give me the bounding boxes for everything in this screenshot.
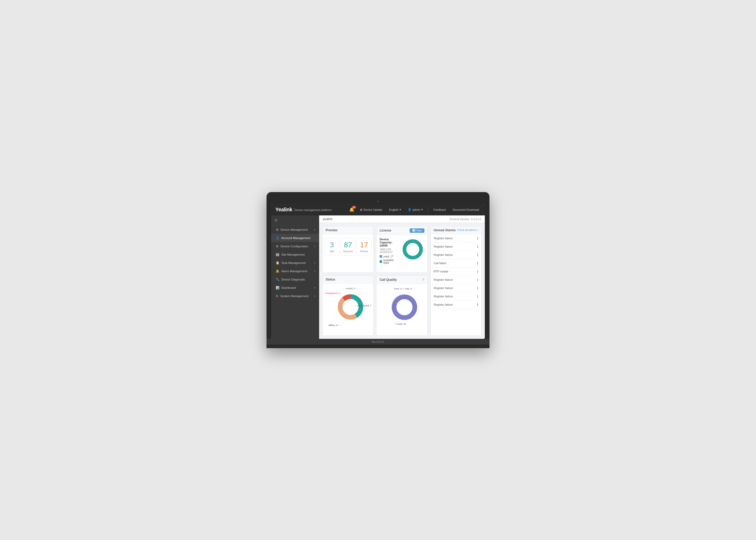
alarm-item[interactable]: Register failureℹ <box>431 276 481 284</box>
content-area: yealink Current Version: 3.1.0.11 Previe… <box>319 215 485 339</box>
alarm-item[interactable]: Register failureℹ <box>431 301 481 309</box>
account-management-icon: 👤 <box>276 236 280 240</box>
version-label: Current Version: 3.1.0.11 <box>449 217 481 220</box>
alarm-chevron-icon: ▾ <box>314 270 315 272</box>
sidebar-toggle[interactable]: ≡ <box>271 215 319 225</box>
used-label: used: 17 <box>383 255 393 258</box>
content-header: yealink Current Version: 3.1.0.11 <box>319 215 485 223</box>
quality-card-header: Call Quality ? <box>376 276 427 284</box>
feedback-btn[interactable]: Feedback <box>432 207 447 212</box>
sidebar-item-device-management[interactable]: 🖥 Device Management ▾ <box>271 225 319 234</box>
alarms-list: Register failureℹRegister failureℹRegist… <box>431 234 481 309</box>
available-dot <box>380 260 382 263</box>
sidebar-label-site-management: Site Management <box>281 253 315 256</box>
brand-name: Yealink <box>275 206 292 212</box>
call-quality-card: Call Quality ? Poor: <box>376 275 428 336</box>
sidebar-item-system-management[interactable]: ⚙ System Management ▾ <box>271 292 319 300</box>
alarm-info-icon[interactable]: ℹ <box>477 236 478 240</box>
device-label: Device <box>359 250 369 253</box>
license-valid: Valid until: 2019/01/12 <box>380 248 398 253</box>
account-stat[interactable]: 87 Account <box>341 238 355 256</box>
admin-icon: 👤 <box>408 208 412 211</box>
view-button[interactable]: 📊 View <box>410 228 425 233</box>
good-label: └ Good: 32 <box>394 323 406 325</box>
alarm-item[interactable]: Register failureℹ <box>431 243 481 251</box>
license-capacity: Device Capacity: 10000 <box>380 238 398 247</box>
preview-title: Preview <box>325 228 337 232</box>
document-download-btn[interactable]: Document Download <box>451 207 481 212</box>
alarm-item[interactable]: Register failureℹ <box>431 234 481 243</box>
navbar: Yealink Device management platform 🔔 17 … <box>271 204 485 215</box>
sidebar-item-alarm-management[interactable]: 🔔 Alarm Management ▾ <box>271 267 319 275</box>
device-update-icon: 🖥 <box>360 208 362 211</box>
language-btn[interactable]: English ▾ <box>388 207 403 212</box>
alarm-info-icon[interactable]: ℹ <box>477 261 478 265</box>
language-label: English <box>389 208 399 211</box>
license-donut <box>401 238 425 261</box>
poor-label: Poor: 0 — Fair: 0 <box>394 288 412 290</box>
sidebar-item-task-management[interactable]: 📋 Task Management ▾ <box>271 259 319 267</box>
camera-dot <box>377 201 379 202</box>
sidebar-label-dashboard: Dashboard <box>281 286 314 289</box>
notification-bell[interactable]: 🔔 17 <box>349 207 354 212</box>
preview-card: Preview 3 Site 87 Account <box>322 226 374 273</box>
status-title: Status <box>325 278 335 281</box>
alarm-info-icon[interactable]: ℹ <box>477 295 478 298</box>
quality-title: Call Quality <box>380 278 397 282</box>
alarm-text: Register failure <box>434 245 453 248</box>
navbar-actions: 🔔 17 🖥 Device Update English ▾ 👤 admin <box>349 207 481 212</box>
quality-help-icon[interactable]: ? <box>422 278 425 282</box>
laptop-frame: Yealink Device management platform 🔔 17 … <box>267 192 489 348</box>
brand-subtitle: Device management platform <box>294 208 331 211</box>
admin-label: admin <box>413 208 420 211</box>
dashboard-chevron-icon: ▾ <box>314 287 315 289</box>
alarm-info-icon[interactable]: ℹ <box>477 286 478 290</box>
device-stat[interactable]: 17 Device <box>357 238 371 256</box>
sidebar-label-device-configuration: Device Configuration <box>281 245 314 248</box>
alarm-management-icon: 🔔 <box>276 269 280 273</box>
sidebar-item-dashboard[interactable]: 📊 Dashboard ▾ <box>271 284 319 292</box>
alarm-info-icon[interactable]: ℹ <box>477 278 478 282</box>
admin-btn[interactable]: 👤 admin ▾ <box>406 207 425 212</box>
device-configuration-icon: 🖥 <box>276 244 279 248</box>
sidebar-label-device-management: Device Management <box>281 228 314 231</box>
sidebar-item-device-diagnostic[interactable]: 🔧 Device Diagnostic <box>271 275 319 284</box>
alarm-item[interactable]: RTP violateℹ <box>431 268 481 276</box>
account-label: Account <box>343 250 353 253</box>
device-update-label: Device Update <box>363 208 382 211</box>
laptop-screen: Yealink Device management platform 🔔 17 … <box>271 204 485 339</box>
device-count: 17 <box>359 241 369 249</box>
used-dot <box>380 255 382 258</box>
alarm-item[interactable]: Call failedℹ <box>431 259 481 268</box>
sidebar-item-device-configuration[interactable]: 🖥 Device Configuration ▾ <box>271 242 319 250</box>
system-chevron-icon: ▾ <box>314 295 315 297</box>
sidebar-label-system-management: System Management <box>280 295 314 298</box>
license-info: Device Capacity: 10000 Valid until: 2019… <box>380 238 398 265</box>
alarm-text: Register failure <box>434 278 453 281</box>
system-management-icon: ⚙ <box>276 294 279 298</box>
quality-donut-container: Poor: 0 — Fair: 0 └ Good: 32 <box>379 287 425 328</box>
alarm-item[interactable]: Register failureℹ <box>431 284 481 292</box>
sidebar-item-account-management[interactable]: 👤 Account Management <box>271 234 319 242</box>
quality-body: Poor: 0 — Fair: 0 └ Good: 32 <box>376 284 427 331</box>
check-alarms-link[interactable]: Check all alarms » <box>457 229 478 231</box>
task-chevron-icon: ▾ <box>314 262 315 264</box>
unregistered-label: Unregistered: 2 <box>324 292 341 295</box>
device-update-btn[interactable]: 🖥 Device Update <box>358 207 384 212</box>
alarm-info-icon[interactable]: ℹ <box>477 270 478 274</box>
alarm-info-icon[interactable]: ℹ <box>477 253 478 257</box>
alarms-card: Unread Alarms Check all alarms » Registe… <box>431 226 482 336</box>
site-stat[interactable]: 3 Site <box>324 238 339 256</box>
alarm-text: Register failure <box>434 253 453 256</box>
site-management-icon: 🏢 <box>276 253 280 256</box>
chevron-right-icon: ▾ <box>314 245 315 248</box>
alarm-item[interactable]: Register failureℹ <box>431 251 481 259</box>
alarms-header: Unread Alarms Check all alarms » <box>431 226 481 234</box>
device-diagnostic-icon: 🔧 <box>276 278 280 281</box>
laptop-bottom <box>267 344 489 348</box>
license-donut-svg <box>401 238 425 261</box>
alarm-info-icon[interactable]: ℹ <box>477 245 478 249</box>
sidebar-item-site-management[interactable]: 🏢 Site Management <box>271 250 319 259</box>
alarm-item[interactable]: Register failureℹ <box>431 292 481 301</box>
alarm-info-icon[interactable]: ℹ <box>477 303 478 307</box>
